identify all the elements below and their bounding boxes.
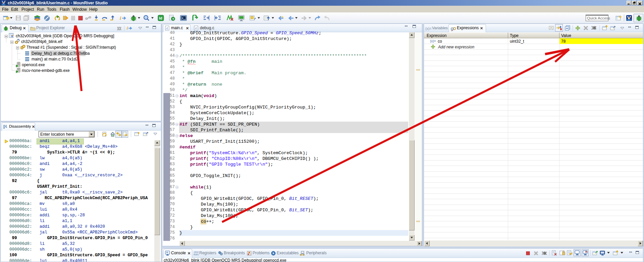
svg-text:(x)=: (x)= <box>425 27 431 31</box>
svg-text:0101: 0101 <box>194 254 199 256</box>
svg-text:x=: x= <box>451 30 453 31</box>
svg-text:i: i <box>120 15 121 21</box>
svg-text:.c: .c <box>166 27 168 30</box>
svg-text:1010: 1010 <box>194 251 199 254</box>
svg-text:i: i <box>127 26 128 31</box>
svg-text:Id: Id <box>159 16 162 20</box>
svg-text:(x)=: (x)= <box>430 39 436 43</box>
svg-text:>_: >_ <box>181 17 185 20</box>
svg-text:.c: .c <box>195 27 197 30</box>
svg-text:?: ? <box>172 17 174 21</box>
